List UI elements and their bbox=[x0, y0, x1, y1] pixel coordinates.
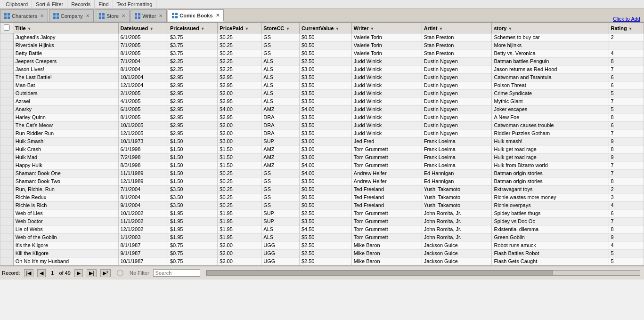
cell-storecc: SUP bbox=[261, 137, 300, 145]
select-all-checkbox[interactable] bbox=[4, 24, 10, 31]
cell-writer: Jed Fred bbox=[351, 137, 422, 145]
checkbox-header bbox=[0, 23, 13, 33]
table-row[interactable]: Betty Battle8/1/2005$3.75$0.25GS$0.50Val… bbox=[0, 49, 644, 57]
column-header-story[interactable]: story ▼ bbox=[492, 23, 609, 33]
column-header-title[interactable]: Title ▼ bbox=[13, 23, 118, 33]
table-row[interactable]: The Cat's Meow10/1/2005$2.95$2.00DRA$3.5… bbox=[0, 121, 644, 129]
column-label: StoreCC bbox=[263, 25, 284, 31]
first-record-button[interactable]: |◀ bbox=[24, 269, 34, 277]
record-label: Record: bbox=[2, 270, 20, 276]
row-checkbox-cell bbox=[0, 73, 13, 81]
table-row[interactable]: Lie of Webs12/1/2002$1.95$1.95ALS$4.50To… bbox=[0, 225, 644, 233]
table-row[interactable]: Harley Quinn8/1/2005$2.95$2.95DRA$3.50Ju… bbox=[0, 113, 644, 121]
table-row[interactable]: Jughead's Jalopy6/1/2005$3.75$0.25GS$0.5… bbox=[0, 33, 644, 41]
table-row[interactable]: Run, Richie, Run7/1/2004$3.50$0.25GS$0.5… bbox=[0, 185, 644, 193]
cell-title: Jughead's Jalopy bbox=[13, 33, 118, 41]
table-row[interactable]: Kill the Kilgore9/1/1987$0.75$2.00UGG$2.… bbox=[0, 249, 644, 257]
table-row[interactable]: Richie is Rich9/1/2004$3.50$0.25GS$0.50T… bbox=[0, 201, 644, 209]
cell-storecc: ALS bbox=[261, 65, 300, 73]
table-row[interactable]: Web Doctor11/1/2002$1.95$1.95SUP$3.50Tom… bbox=[0, 217, 644, 225]
column-header-pricepaid[interactable]: PricePaid ▼ bbox=[218, 23, 261, 33]
cell-dateissued: 12/1/2002 bbox=[118, 225, 168, 233]
table-row[interactable]: Happy Hulk8/3/1998$1.50$1.50AMZ$4.00Tom … bbox=[0, 161, 644, 169]
table-row[interactable]: Jeepers Creepers7/1/2004$2.25$2.25ALS$2.… bbox=[0, 57, 644, 65]
table-row[interactable]: Azrael4/1/2005$2.95$2.95ALS$3.50Judd Win… bbox=[0, 97, 644, 105]
cell-writer: Judd Winick bbox=[351, 105, 422, 113]
table-container[interactable]: Title ▼DateIssued ▼PriceIssued ▼PricePai… bbox=[0, 23, 644, 265]
cell-story: Existential dilemma bbox=[492, 225, 609, 233]
tab-comic-books[interactable]: Comic Books✕ bbox=[168, 9, 223, 22]
new-record-button[interactable]: ▶* bbox=[100, 269, 111, 277]
table-row[interactable]: Hulk Smash!10/1/1973$1.50$3.00SUP$3.00Je… bbox=[0, 137, 644, 145]
tab-store[interactable]: Store✕ bbox=[95, 9, 130, 22]
table-row[interactable]: It's the Kilgore8/1/1987$0.75$2.00UGG$2.… bbox=[0, 241, 644, 249]
cell-storecc: ALS bbox=[261, 233, 300, 241]
cell-title: Web of the Goblin bbox=[13, 233, 118, 241]
tab-close-button[interactable]: ✕ bbox=[122, 13, 125, 18]
cell-story: Richie overpays bbox=[492, 201, 609, 209]
table-row[interactable]: Run Riddler Run12/1/2005$2.95$2.00DRA$3.… bbox=[0, 129, 644, 137]
cell-priceissued: $1.50 bbox=[168, 145, 217, 153]
cell-rating: 2 bbox=[609, 33, 644, 41]
next-record-button[interactable]: ▶ bbox=[74, 269, 83, 277]
cell-dateissued: 8/1/2005 bbox=[118, 113, 168, 121]
table-row[interactable]: Web of Lies10/1/2002$1.95$1.95SUP$2.50To… bbox=[0, 209, 644, 217]
cell-artist: Frank Loelma bbox=[422, 161, 492, 169]
cell-writer: Mike Baron bbox=[351, 241, 422, 249]
text-formatting-section[interactable]: Text Formatting bbox=[113, 0, 157, 8]
cell-pricepaid: $1.95 bbox=[218, 233, 261, 241]
column-header-rating[interactable]: Rating ▼ bbox=[609, 23, 644, 33]
records-section[interactable]: Records bbox=[67, 0, 95, 8]
table-row[interactable]: The Last Battle!10/1/2004$2.95$2.95ALS$3… bbox=[0, 73, 644, 81]
clipboard-section[interactable]: Clipboard bbox=[2, 0, 32, 8]
cell-priceissued: $3.75 bbox=[168, 41, 217, 49]
cell-pricepaid: $2.95 bbox=[218, 113, 261, 121]
table-row[interactable]: Richie Redux8/1/2004$3.50$0.25GS$0.50Ted… bbox=[0, 193, 644, 201]
prev-record-button[interactable]: ◀ bbox=[37, 269, 46, 277]
tab-close-button[interactable]: ✕ bbox=[216, 13, 220, 18]
column-header-artist[interactable]: Artist ▼ bbox=[422, 23, 492, 33]
row-checkbox-cell bbox=[0, 233, 13, 241]
table-row[interactable]: Hulk Crash6/1/1998$1.50$1.50AMZ$3.00Tom … bbox=[0, 145, 644, 153]
last-record-button[interactable]: ▶| bbox=[87, 269, 97, 277]
cell-storecc: GS bbox=[261, 185, 300, 193]
column-header-currentvalue[interactable]: CurrentValue ▼ bbox=[299, 23, 351, 33]
cell-rating: 7 bbox=[609, 169, 644, 177]
tab-writer[interactable]: Writer✕ bbox=[130, 9, 167, 22]
tab-characters[interactable]: Characters✕ bbox=[0, 9, 48, 22]
tab-close-button[interactable]: ✕ bbox=[40, 13, 44, 18]
row-checkbox-cell bbox=[0, 185, 13, 193]
table-row[interactable]: Outsiders2/1/2005$2.95$2.00ALS$3.50Judd … bbox=[0, 89, 644, 97]
tab-close-button[interactable]: ✕ bbox=[86, 13, 90, 18]
horizontal-scrollbar[interactable] bbox=[206, 270, 640, 276]
table-row[interactable]: Riverdale Hijinks7/1/2005$3.75$0.25GS$0.… bbox=[0, 41, 644, 49]
table-row[interactable]: Web of the Goblin1/1/2003$1.95$1.95ALS$5… bbox=[0, 233, 644, 241]
table-row[interactable]: Shaman: Book One11/1/1989$1.50$0.25GS$4.… bbox=[0, 169, 644, 177]
table-row[interactable]: Shaman: Book Two12/1/1989$1.50$0.25GS$3.… bbox=[0, 177, 644, 185]
column-header-writer[interactable]: Writer ▼ bbox=[351, 23, 422, 33]
column-label: PricePaid bbox=[220, 25, 243, 31]
table-row[interactable]: Man-Bat12/1/2004$2.95$2.95ALS$3.50Judd W… bbox=[0, 81, 644, 89]
cell-priceissued: $0.75 bbox=[168, 241, 217, 249]
sort-filter-section[interactable]: Sort & Filter bbox=[32, 0, 67, 8]
row-checkbox-cell bbox=[0, 225, 13, 233]
cell-dateissued: 10/1/1973 bbox=[118, 137, 168, 145]
cell-storecc: AMZ bbox=[261, 161, 300, 169]
find-section[interactable]: Find bbox=[95, 0, 113, 8]
column-header-dateissued[interactable]: DateIssued ▼ bbox=[118, 23, 168, 33]
tab-close-button[interactable]: ✕ bbox=[159, 13, 163, 18]
cell-writer: Valerie Torin bbox=[351, 41, 422, 49]
cell-story: Hulk get road rage bbox=[492, 153, 609, 161]
horizontal-scrollbar-area bbox=[204, 270, 642, 276]
table-row[interactable]: Jason Lives!8/1/2004$2.25$2.25ALS$3.00Ju… bbox=[0, 65, 644, 73]
click-to-add-label[interactable]: Click to Add bbox=[613, 16, 640, 22]
table-row[interactable]: Anarky6/1/2005$2.95$4.00AMZ$4.00Judd Win… bbox=[0, 105, 644, 113]
table-row[interactable]: Oh No It's my Husband10/1/1987$0.75$2.00… bbox=[0, 257, 644, 265]
column-header-priceissued[interactable]: PriceIssued ▼ bbox=[168, 23, 217, 33]
table-row[interactable]: Hulk Mad7/2/1998$1.50$1.50AMZ$3.00Tom Gr… bbox=[0, 153, 644, 161]
column-header-storecc[interactable]: StoreCC ▼ bbox=[261, 23, 300, 33]
row-checkbox-cell bbox=[0, 169, 13, 177]
search-input[interactable] bbox=[153, 269, 200, 277]
tab-company[interactable]: Company✕ bbox=[49, 9, 94, 22]
cell-priceissued: $1.50 bbox=[168, 137, 217, 145]
